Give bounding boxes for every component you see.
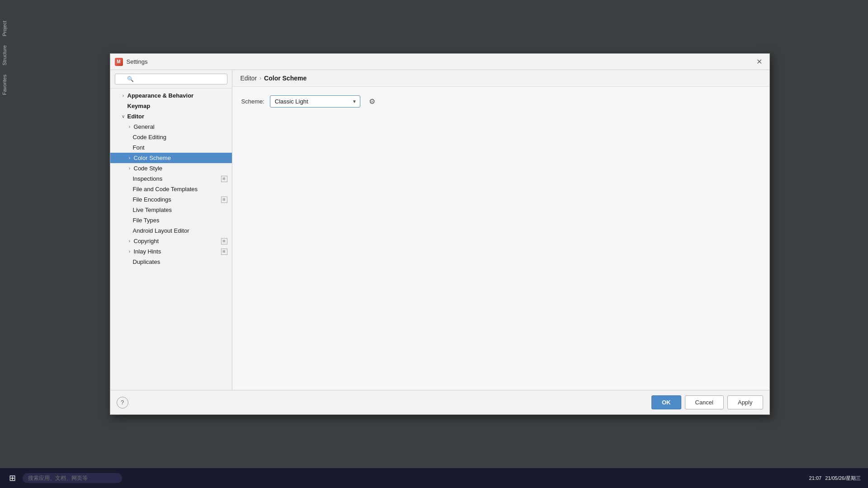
sidebar-item-label: Editor: [127, 113, 145, 120]
taskbar-system-tray: 21:07 21/05/26/星期三: [809, 475, 864, 482]
scheme-select-wrap: Classic Light Default Darcula High contr…: [270, 95, 360, 108]
side-tab-structure[interactable]: Structure: [0, 41, 11, 70]
sidebar-item-inspections[interactable]: Inspections ⊞: [110, 174, 232, 184]
taskbar-search-input[interactable]: [23, 473, 122, 483]
sidebar-item-label: Appearance & Behavior: [127, 92, 194, 99]
ok-button[interactable]: OK: [651, 395, 681, 409]
arrow-icon: ›: [127, 238, 133, 244]
content-area: Scheme: Classic Light Default Darcula Hi…: [232, 87, 769, 390]
title-bar: M Settings ✕: [110, 54, 769, 70]
sidebar-item-file-types[interactable]: File Types: [110, 215, 232, 225]
sidebar-item-label: Android Layout Editor: [133, 227, 189, 234]
arrow-icon: ›: [127, 155, 133, 161]
settings-sidebar: 🔍 › Appearance & Behavior › Keymap: [110, 70, 232, 390]
sidebar-item-font[interactable]: Font: [110, 142, 232, 153]
sidebar-item-file-encodings[interactable]: File Encodings ⊞: [110, 194, 232, 205]
sidebar-item-label: Font: [133, 144, 145, 151]
taskbar-clock: 21:07: [809, 475, 822, 481]
sidebar-item-color-scheme[interactable]: › Color Scheme: [110, 153, 232, 163]
apply-button[interactable]: Apply: [727, 395, 763, 409]
dialog-body: 🔍 › Appearance & Behavior › Keymap: [110, 70, 769, 390]
sidebar-item-general[interactable]: › General: [110, 122, 232, 132]
badge-icon: ⊞: [221, 249, 227, 255]
breadcrumb: Editor › Color Scheme: [232, 70, 769, 87]
arrow-icon: ›: [127, 249, 133, 255]
sidebar-item-keymap[interactable]: › Keymap: [110, 101, 232, 111]
start-button[interactable]: ⊞: [4, 469, 21, 487]
badge-icon: ⊞: [221, 238, 227, 244]
badge-icon: ⊞: [221, 176, 227, 182]
sidebar-item-duplicates[interactable]: Duplicates: [110, 257, 232, 267]
sidebar-item-code-style[interactable]: › Code Style: [110, 163, 232, 174]
help-button[interactable]: ?: [117, 397, 128, 408]
scheme-row: Scheme: Classic Light Default Darcula Hi…: [241, 95, 760, 108]
sidebar-item-label: Inspections: [133, 175, 163, 182]
sidebar-item-label: Keymap: [127, 103, 151, 109]
breadcrumb-current: Color Scheme: [264, 75, 307, 82]
cancel-button[interactable]: Cancel: [685, 395, 724, 409]
breadcrumb-separator: ›: [259, 75, 261, 81]
sidebar-item-label: File Encodings: [133, 196, 171, 203]
sidebar-item-label: Code Editing: [133, 134, 166, 141]
settings-dialog: M Settings ✕ 🔍 › Appearance & Behavior: [110, 53, 770, 415]
breadcrumb-parent: Editor: [241, 75, 257, 82]
sidebar-item-android-layout[interactable]: Android Layout Editor: [110, 225, 232, 236]
side-tab-favorites[interactable]: Favorites: [0, 70, 11, 99]
sidebar-item-code-editing[interactable]: Code Editing: [110, 132, 232, 142]
main-content: Editor › Color Scheme Scheme: Classic Li…: [232, 70, 769, 390]
badge-icon: ⊞: [221, 197, 227, 203]
sidebar-item-file-code-templates[interactable]: File and Code Templates: [110, 184, 232, 194]
sidebar-item-live-templates[interactable]: Live Templates: [110, 205, 232, 215]
sidebar-item-label: General: [134, 123, 155, 130]
sidebar-item-label: File Types: [133, 217, 160, 224]
dialog-footer: ? OK Cancel Apply: [110, 390, 769, 414]
taskbar: ⊞ 21:07 21/05/26/星期三: [0, 468, 868, 488]
sidebar-item-label: Duplicates: [133, 258, 160, 265]
sidebar-item-inlay-hints[interactable]: › Inlay Hints ⊞: [110, 246, 232, 257]
sidebar-item-label: File and Code Templates: [133, 186, 198, 192]
close-button[interactable]: ✕: [754, 57, 765, 66]
taskbar-date: 21/05/26/星期三: [825, 475, 861, 482]
side-tab-project[interactable]: Project: [0, 16, 11, 41]
sidebar-item-label: Color Scheme: [134, 155, 171, 161]
app-icon: M: [115, 58, 123, 66]
search-area: 🔍: [110, 70, 232, 89]
sidebar-item-label: Code Style: [134, 165, 163, 172]
sidebar-item-label: Live Templates: [133, 206, 172, 213]
sidebar-item-editor[interactable]: ∨ Editor: [110, 111, 232, 122]
sidebar-item-label: Inlay Hints: [134, 248, 161, 255]
scheme-select[interactable]: Classic Light Default Darcula High contr…: [270, 95, 360, 108]
arrow-icon: ›: [127, 165, 133, 172]
arrow-icon: ∨: [120, 113, 127, 120]
settings-tree: › Appearance & Behavior › Keymap ∨ Edito…: [110, 89, 232, 390]
dialog-title: Settings: [127, 58, 148, 65]
arrow-icon: ›: [120, 93, 127, 99]
sidebar-item-copyright[interactable]: › Copyright ⊞: [110, 236, 232, 246]
search-input[interactable]: [115, 74, 227, 84]
sidebar-item-label: Copyright: [134, 238, 159, 244]
side-tabs: Project Structure Favorites: [0, 16, 11, 99]
arrow-icon: ›: [127, 124, 133, 130]
gear-button[interactable]: ⚙: [366, 95, 378, 108]
sidebar-item-appearance[interactable]: › Appearance & Behavior: [110, 90, 232, 101]
scheme-label: Scheme:: [241, 98, 264, 105]
